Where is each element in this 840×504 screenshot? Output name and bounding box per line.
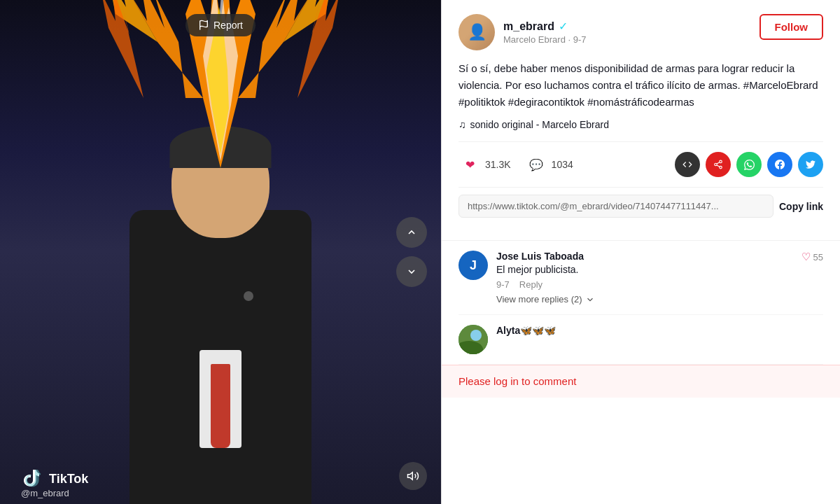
author-subtitle: Marcelo Ebrard · 9-7 xyxy=(503,34,587,45)
heart-icon: ❤ xyxy=(458,153,481,176)
tie xyxy=(211,364,230,448)
nav-down-button[interactable] xyxy=(396,256,427,287)
whatsapp-icon xyxy=(744,160,755,170)
twitter-icon xyxy=(806,160,816,169)
svg-marker-1 xyxy=(408,472,413,480)
right-panel: 👤 m_ebrard ✓ Marcelo Ebrard · 9-7 Follow… xyxy=(441,0,840,504)
like-count: 31.3K xyxy=(485,159,511,170)
comment-username: Jose Luis Taboada xyxy=(496,251,793,262)
nav-up-button[interactable] xyxy=(396,217,427,248)
login-prompt: Please log in to comment xyxy=(458,375,576,387)
embed-icon xyxy=(682,160,692,169)
login-bar: Please log in to comment xyxy=(442,365,840,398)
embed-button[interactable] xyxy=(675,152,700,177)
tiktok-handle: @m_ebrard xyxy=(21,488,69,498)
comment-count: 1034 xyxy=(552,159,573,170)
video-panel: Report xyxy=(0,0,441,504)
url-row: https://www.tiktok.com/@m_ebrard/video/7… xyxy=(458,188,823,229)
facebook-button[interactable] xyxy=(767,152,792,177)
sound-button[interactable] xyxy=(399,462,427,490)
avatar-placeholder: 👤 xyxy=(458,14,495,50)
svg-line-5 xyxy=(717,165,720,167)
comment-action[interactable]: 💬 1034 xyxy=(525,153,573,176)
svg-point-3 xyxy=(715,163,718,166)
comment-text: El mejor publicista. xyxy=(496,264,793,275)
flag-icon xyxy=(198,20,209,31)
author-left: 👤 m_ebrard ✓ Marcelo Ebrard · 9-7 xyxy=(458,14,587,50)
comment-item: J Jose Luis Taboada El mejor publicista.… xyxy=(458,241,823,315)
comment-item: Alyta🦋🦋🦋 xyxy=(458,315,823,365)
twitter-button[interactable] xyxy=(798,152,823,177)
action-group: ❤ 31.3K 💬 1034 xyxy=(458,153,573,176)
nav-arrows xyxy=(396,217,427,287)
music-note-icon: ♫ xyxy=(458,119,466,130)
comment-like-count: 55 xyxy=(813,252,823,262)
verified-badge-icon: ✓ xyxy=(559,20,568,33)
comments-section: J Jose Luis Taboada El mejor publicista.… xyxy=(442,241,840,365)
avatar: 👤 xyxy=(458,14,495,50)
comment-avatar xyxy=(458,325,488,354)
comment-body: Jose Luis Taboada El mejor publicista. 9… xyxy=(496,251,793,304)
comment-bubble-icon: 💬 xyxy=(525,153,547,176)
chevron-down-icon xyxy=(585,295,595,304)
share-button[interactable] xyxy=(706,152,731,177)
svg-line-6 xyxy=(717,162,720,164)
actions-row: ❤ 31.3K 💬 1034 xyxy=(458,141,823,188)
follow-button[interactable]: Follow xyxy=(760,14,824,40)
share-icons xyxy=(675,152,823,177)
whatsapp-button[interactable] xyxy=(736,152,762,177)
comment-avatar: J xyxy=(458,251,488,280)
url-display: https://www.tiktok.com/@m_ebrard/video/7… xyxy=(458,195,774,218)
person-body xyxy=(122,154,318,504)
svg-point-4 xyxy=(720,166,722,169)
tiktok-brand-name: TikTok xyxy=(49,472,88,486)
svg-point-8 xyxy=(470,330,482,341)
landscape-avatar xyxy=(458,325,488,354)
microphone-icon xyxy=(244,291,253,301)
facebook-icon xyxy=(775,160,785,169)
post-info: 👤 m_ebrard ✓ Marcelo Ebrard · 9-7 Follow… xyxy=(442,0,840,241)
chevron-up-icon xyxy=(406,227,417,238)
view-replies-button[interactable]: View more replies (2) xyxy=(496,294,793,304)
comment-date: 9-7 xyxy=(496,279,510,290)
author-info: m_ebrard ✓ Marcelo Ebrard · 9-7 xyxy=(503,20,587,45)
copy-link-button[interactable]: Copy link xyxy=(779,201,823,212)
sound-info: ♫ sonido original - Marcelo Ebrard xyxy=(458,119,823,130)
author-row: 👤 m_ebrard ✓ Marcelo Ebrard · 9-7 Follow xyxy=(458,14,823,50)
svg-point-2 xyxy=(720,160,722,163)
share-icon xyxy=(713,160,723,169)
report-button[interactable]: Report xyxy=(186,14,255,36)
sound-icon xyxy=(407,470,419,482)
comment-reply-button[interactable]: Reply xyxy=(519,279,542,290)
comment-body: Alyta🦋🦋🦋 xyxy=(496,325,823,338)
like-heart-icon: ♡ xyxy=(802,251,811,263)
chevron-down-icon xyxy=(406,266,417,277)
comment-meta: 9-7 Reply xyxy=(496,279,793,290)
report-label: Report xyxy=(214,20,243,31)
post-text: Sí o sí, debe haber menos disponibilidad… xyxy=(458,60,823,111)
author-username: m_ebrard xyxy=(503,20,554,33)
tiktok-logo-icon xyxy=(21,468,43,490)
author-name-row: m_ebrard ✓ xyxy=(503,20,587,33)
comment-username: Alyta🦋🦋🦋 xyxy=(496,325,823,336)
comment-like[interactable]: ♡ 55 xyxy=(802,251,823,263)
sound-name: sonido original - Marcelo Ebrard xyxy=(470,119,609,130)
tiktok-brand: TikTok xyxy=(21,468,88,490)
like-action[interactable]: ❤ 31.3K xyxy=(458,153,511,176)
